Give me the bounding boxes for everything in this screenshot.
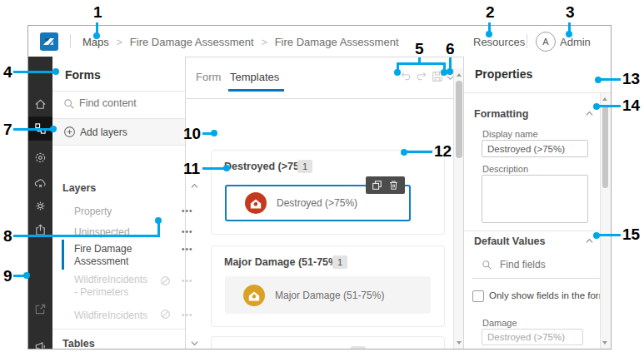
template-card-label: Major Damage (51-75%) — [275, 290, 384, 301]
tables-section-header[interactable]: Tables — [62, 338, 95, 350]
layer-item-fire-damage-assessment[interactable]: Fire Damage Assessment — [74, 243, 157, 268]
template-group-major: Major Damage (51-75%) 1 Major Damage (51… — [211, 245, 445, 327]
editor-panel: Form Templates Destroyed (>75%) — [185, 57, 463, 349]
template-group-destroyed: Destroyed (>75%) 1 Destroyed (>75%) — [211, 150, 445, 235]
tab-templates[interactable]: Templates — [230, 71, 279, 83]
template-card-label: Destroyed (>75%) — [277, 197, 357, 209]
template-group-title: Moderate Damage (26-50%) — [224, 347, 360, 350]
default-values-section-header[interactable]: Default Values — [474, 235, 545, 247]
layer-item-property[interactable]: Property — [74, 206, 112, 217]
prohibit-icon — [160, 275, 171, 286]
template-card-major[interactable]: Major Damage (51-75%) — [225, 276, 431, 314]
forms-panel-title: Forms — [65, 68, 101, 82]
sidebar-item-settings[interactable] — [28, 194, 52, 218]
properties-scrollbar[interactable] — [600, 93, 610, 349]
only-show-fields-checkbox[interactable] — [472, 290, 484, 302]
launch-icon — [34, 303, 47, 315]
layers-section-header[interactable]: Layers — [62, 182, 96, 194]
chevron-up-icon[interactable] — [586, 111, 593, 117]
destroyed-house-fire-icon — [245, 192, 267, 214]
sidebar-item-launch-app[interactable] — [28, 297, 52, 321]
tab-form[interactable]: Form — [196, 71, 221, 83]
template-count-badge: 1 — [351, 346, 366, 350]
active-tab-underline — [228, 89, 284, 92]
layer-item-wildfire-incidents: WildfireIncidents — [74, 310, 147, 321]
resources-link[interactable]: Resources — [473, 36, 525, 48]
template-count-badge: 1 — [297, 160, 312, 173]
add-layers-button[interactable]: Add layers — [52, 119, 185, 145]
esri-logo[interactable] — [40, 32, 58, 51]
damage-field-label: Damage — [482, 318, 517, 328]
display-name-label: Display name — [482, 129, 538, 139]
chevron-right-icon: > — [254, 37, 275, 48]
template-group-title: Major Damage (51-75%) — [224, 256, 341, 268]
properties-panel-title: Properties — [475, 67, 532, 81]
app-header: Maps > Fire Damage Assessment > Fire Dam… — [28, 26, 611, 57]
sidebar-item-feedback[interactable] — [28, 335, 52, 350]
layer-item-wildfire-perimeters: WildfireIncidents - Perimeters — [74, 274, 153, 299]
app-window: Maps > Fire Damage Assessment > Fire Dam… — [27, 25, 612, 350]
avatar[interactable]: A — [536, 32, 556, 52]
search-icon — [482, 260, 492, 270]
template-group-moderate: Moderate Damage (26-50%) 1 — [211, 336, 445, 350]
plus-circle-icon — [63, 126, 76, 138]
properties-panel: Properties Formatting Display name Descr… — [464, 57, 611, 349]
header-divider — [70, 34, 71, 48]
cloud-offline-icon — [34, 177, 47, 190]
breadcrumb-map-name[interactable]: Fire Damage Assessment — [130, 36, 254, 48]
add-layers-label: Add layers — [80, 126, 127, 138]
user-menu[interactable]: Admin — [560, 36, 591, 48]
only-show-fields-label: Only show fields in the form — [489, 290, 607, 300]
duplicate-icon[interactable] — [372, 180, 382, 191]
gear-icon — [34, 200, 47, 212]
chevron-right-icon: > — [109, 37, 130, 48]
sidebar-item-sharing[interactable] — [28, 218, 52, 242]
description-label: Description — [482, 164, 528, 174]
template-count-badge: 1 — [332, 255, 347, 269]
screenshot-canvas: Maps > Fire Damage Assessment > Fire Dam… — [0, 0, 644, 352]
home-icon — [34, 98, 47, 111]
breadcrumb: Maps > Fire Damage Assessment > Fire Dam… — [82, 36, 399, 48]
damage-field-input[interactable] — [482, 329, 583, 345]
find-fields-input[interactable] — [498, 258, 585, 271]
sidebar-item-geofences[interactable] — [28, 146, 52, 170]
header-divider — [527, 34, 527, 48]
chevron-up-icon[interactable] — [586, 238, 593, 244]
app-sidebar: » — [28, 57, 52, 349]
formatting-section-header[interactable]: Formatting — [474, 108, 528, 120]
delete-icon[interactable] — [388, 180, 399, 191]
megaphone-icon — [34, 340, 47, 350]
card-action-toolbar — [366, 176, 405, 194]
description-textarea[interactable] — [482, 175, 588, 223]
sidebar-item-home[interactable] — [28, 92, 52, 117]
search-input[interactable] — [77, 97, 177, 110]
major-damage-house-fire-icon — [243, 285, 265, 306]
selected-layer-indicator — [62, 240, 64, 270]
geofence-icon — [34, 151, 47, 164]
sidebar-item-offline[interactable] — [28, 171, 52, 196]
display-name-input[interactable] — [482, 140, 588, 157]
prohibit-icon — [160, 309, 171, 320]
breadcrumb-layer-name: Fire Damage Assessment — [275, 36, 399, 48]
undo-icon[interactable] — [401, 72, 412, 82]
search-icon — [63, 98, 75, 110]
forms-panel: Forms Add layers Layers Property ••• Uni… — [52, 57, 186, 349]
redo-icon[interactable] — [416, 72, 427, 82]
